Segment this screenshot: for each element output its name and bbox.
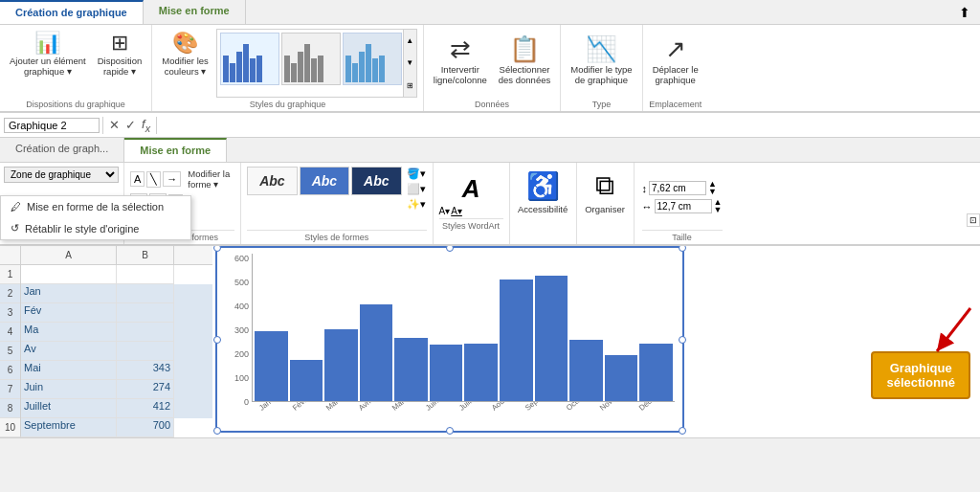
text-outline-btn[interactable]: A▾ bbox=[451, 206, 462, 216]
handle-br[interactable] bbox=[679, 427, 686, 435]
tab-mise-en-forme[interactable]: Mise en forme bbox=[144, 0, 246, 24]
row-7: 7 bbox=[0, 380, 20, 399]
group-dispositions: 📊 Ajouter un élémentgraphique ▾ ⊞ Dispos… bbox=[0, 25, 152, 111]
group-styles-title: Styles du graphique bbox=[158, 100, 417, 109]
chart-element-icon: 📊 bbox=[34, 31, 60, 56]
cell-b7[interactable]: 274 bbox=[117, 380, 174, 399]
handle-bm[interactable] bbox=[446, 427, 454, 435]
btn-intervertir[interactable]: ⇄ Intervertirligne/colonne bbox=[430, 29, 491, 88]
cell-b8[interactable]: 412 bbox=[117, 399, 174, 418]
intervertir-icon: ⇄ bbox=[450, 34, 471, 64]
height-input[interactable] bbox=[649, 181, 706, 195]
style-thumb-3[interactable] bbox=[343, 33, 402, 85]
cell-b2[interactable] bbox=[117, 284, 174, 303]
group-organiser: ⧉ Organiser bbox=[577, 163, 635, 244]
group-accessibilite: ♿ Accessibilité bbox=[510, 163, 577, 244]
btn-selectionner-donnees[interactable]: 📋 Sélectionnerdes données bbox=[495, 29, 554, 88]
group-wordart: A A▾ A▾ Styles WordArt bbox=[434, 163, 510, 244]
row-8: 8 bbox=[0, 399, 20, 418]
ribbon-tab-bar-1: Création de graphique Mise en forme ⬆ bbox=[0, 0, 980, 25]
bar-sep bbox=[535, 276, 568, 401]
zone-dropdown[interactable]: Zone de graphique bbox=[4, 167, 119, 183]
handle-bl[interactable] bbox=[213, 427, 221, 435]
ribbon-share-icon[interactable]: ⬆ bbox=[949, 0, 980, 24]
handle-tm[interactable] bbox=[446, 246, 454, 252]
row-1: 1 bbox=[0, 265, 20, 284]
gallery-scroll[interactable]: ▲ ▼ ⊞ bbox=[403, 30, 416, 97]
tab-creation[interactable]: Création de graphique bbox=[0, 0, 144, 24]
btn-organiser[interactable]: Organiser bbox=[585, 204, 625, 214]
abc-style-3[interactable]: Abc bbox=[351, 167, 401, 195]
dropdown-item-mise-en-forme[interactable]: 🖊 Mise en forme de la sélection bbox=[1, 196, 190, 217]
cell-a1[interactable] bbox=[21, 265, 117, 284]
data-columns: A B Jan Fév Ma Av bbox=[21, 246, 212, 437]
btn-modifier-couleurs[interactable]: 🎨 Modifier lescouleurs ▾ bbox=[158, 29, 212, 79]
taille-expand-btn[interactable]: ⊡ bbox=[967, 213, 980, 227]
group-wordart-title: Styles WordArt bbox=[439, 218, 503, 231]
btn-disposition-rapide[interactable]: ⊞ Dispositionrapide ▾ bbox=[94, 29, 145, 79]
style-thumb-1[interactable] bbox=[220, 33, 279, 85]
table-row bbox=[21, 265, 212, 284]
effects-btn[interactable]: ✨▾ bbox=[406, 197, 427, 212]
btn-accessibilite[interactable]: Accessibilité bbox=[518, 204, 568, 214]
line-icon[interactable]: ╲ bbox=[146, 171, 161, 188]
width-input[interactable] bbox=[655, 199, 712, 213]
formula-bar-divider2 bbox=[156, 117, 157, 134]
cell-b4[interactable] bbox=[117, 323, 174, 342]
svg-line-1 bbox=[937, 308, 970, 351]
formula-input[interactable] bbox=[160, 120, 976, 131]
ribbon-2: Création de graph... Mise en forme Zone … bbox=[0, 138, 980, 246]
style-gallery[interactable]: ▲ ▼ ⊞ bbox=[216, 29, 417, 98]
col-b-header: B bbox=[117, 246, 174, 264]
table-row: Av bbox=[21, 342, 212, 361]
handle-tl[interactable] bbox=[213, 246, 221, 252]
height-spinner[interactable]: ▲▼ bbox=[708, 181, 717, 194]
btn-modifier-type[interactable]: 📉 Modifier le typede graphique bbox=[567, 29, 635, 88]
handle-tr[interactable] bbox=[679, 246, 686, 252]
dropdown-item-retablir[interactable]: ↺ Rétablir le style d'origine bbox=[1, 217, 190, 239]
abc-style-2[interactable]: Abc bbox=[300, 167, 349, 195]
cell-a8[interactable]: Juillet bbox=[21, 399, 117, 418]
table-row: Ma bbox=[21, 323, 212, 342]
cell-b3[interactable] bbox=[117, 303, 174, 323]
bar-dec bbox=[639, 344, 673, 401]
cell-b1[interactable] bbox=[117, 265, 174, 284]
handle-ml[interactable] bbox=[213, 336, 221, 344]
table-row: Mai 343 bbox=[21, 361, 212, 380]
abc-style-1[interactable]: Abc bbox=[247, 167, 297, 195]
tab-creation-2[interactable]: Création de graph... bbox=[0, 138, 124, 162]
group-type-title: Type bbox=[567, 100, 635, 109]
bar-feb bbox=[290, 360, 323, 401]
dropdown-menu: 🖊 Mise en forme de la sélection ↺ Rétabl… bbox=[0, 195, 191, 240]
cell-a3[interactable]: Fév bbox=[21, 303, 117, 323]
cell-b5[interactable] bbox=[117, 342, 174, 361]
chart-area[interactable]: 0 100 200 300 400 500 600 bbox=[215, 246, 684, 433]
outline-btn[interactable]: ⬜▾ bbox=[406, 182, 427, 196]
name-box[interactable] bbox=[4, 118, 100, 133]
organiser-icon: ⧉ bbox=[595, 170, 614, 202]
cell-a6[interactable]: Mai bbox=[21, 361, 117, 380]
cell-a2[interactable]: Jan bbox=[21, 284, 117, 303]
btn-deplacer-graphique[interactable]: ↗ Déplacer legraphique bbox=[649, 29, 702, 88]
arrow-icon[interactable]: → bbox=[163, 171, 181, 187]
text-fill-btn[interactable]: A▾ bbox=[439, 206, 451, 216]
handle-mr[interactable] bbox=[679, 336, 686, 344]
style-thumb-2[interactable] bbox=[281, 33, 341, 85]
table-row: Juin 274 bbox=[21, 380, 212, 399]
fill-color-btn[interactable]: 🪣▾ bbox=[406, 167, 427, 181]
text-box-icon[interactable]: A bbox=[130, 171, 145, 187]
function-btn[interactable]: fx bbox=[139, 117, 153, 134]
btn-modifier-forme[interactable]: Modifier laforme ▾ bbox=[183, 167, 234, 191]
tab-mise-en-forme-2[interactable]: Mise en forme bbox=[124, 138, 227, 162]
width-spinner[interactable]: ▲▼ bbox=[714, 199, 723, 212]
cell-b6[interactable]: 343 bbox=[117, 361, 174, 380]
paint-icon: 🖊 bbox=[11, 201, 21, 212]
confirm-btn[interactable]: ✓ bbox=[122, 118, 139, 132]
cell-a7[interactable]: Juin bbox=[21, 380, 117, 399]
cancel-btn[interactable]: ✕ bbox=[106, 118, 122, 132]
group-dispositions-title: Dispositions du graphique bbox=[6, 100, 145, 109]
cell-a4[interactable]: Ma bbox=[21, 323, 117, 342]
btn-ajouter-element[interactable]: 📊 Ajouter un élémentgraphique ▾ bbox=[6, 29, 90, 79]
bar-jun bbox=[430, 345, 463, 401]
cell-a5[interactable]: Av bbox=[21, 342, 117, 361]
